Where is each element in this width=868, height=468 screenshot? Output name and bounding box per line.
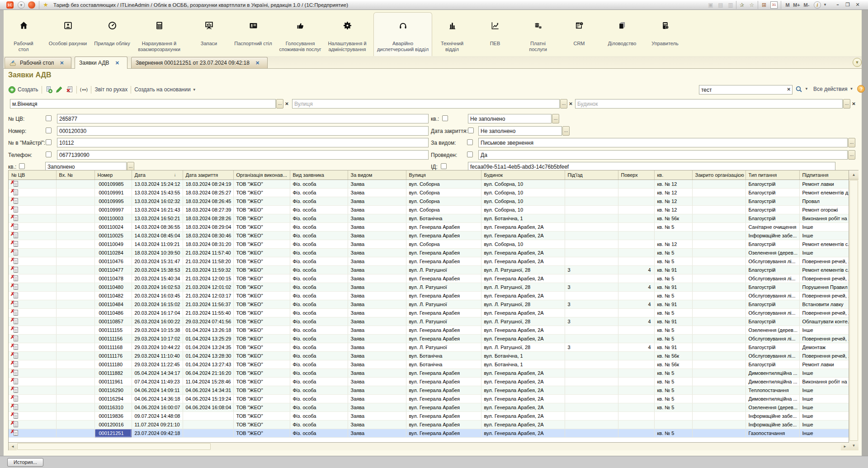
cv-input[interactable]: [57, 114, 429, 123]
preview-icon[interactable]: ▥: [727, 1, 734, 9]
table-row-000110476[interactable]: ✗00011047620.03.2024 15:31:4721.03.2024 …: [9, 257, 849, 265]
table-row-000110003[interactable]: ✗00011000313.03.2024 16:50:2118.03.2024 …: [9, 214, 849, 222]
master-checkbox[interactable]: [46, 139, 52, 145]
table-row-000111961[interactable]: ✗00011196107.04.2024 11:49:2311.04.2024 …: [9, 377, 849, 386]
table-row-000110486[interactable]: ✗00011048620.03.2024 16:17:0421.03.2024 …: [9, 308, 849, 317]
kind-checkbox[interactable]: [467, 139, 473, 145]
street-clear-icon[interactable]: ✕: [568, 99, 574, 109]
row-icon-cell[interactable]: ✗: [9, 257, 56, 265]
table-row-000109995[interactable]: ✗00010999513.03.2024 16:02:3218.03.2024 …: [9, 197, 849, 205]
table-row-000111180[interactable]: ✗00011118029.03.2024 11:22:4501.04.2024 …: [9, 360, 849, 369]
copy-button[interactable]: [45, 86, 52, 93]
scroll-left-icon[interactable]: ◄: [9, 443, 17, 450]
table-row-000110025[interactable]: ✗00011002514.03.2024 08:45:0418.03.2024 …: [9, 231, 849, 240]
save-icon[interactable]: ▣: [707, 1, 714, 9]
all-actions-dropdown-icon[interactable]: ▼: [849, 87, 853, 91]
column-header-кв.[interactable]: кв.: [654, 170, 692, 180]
row-icon-cell[interactable]: ✗: [9, 334, 56, 343]
kind-select-button[interactable]: ...: [848, 138, 855, 147]
apt-checkbox[interactable]: [19, 163, 25, 169]
tab-close-icon[interactable]: ✕: [255, 60, 259, 66]
row-icon-cell[interactable]: ✗: [9, 369, 56, 377]
memory-mminus-button[interactable]: M-: [802, 1, 811, 9]
app-icon[interactable]: 1С: [6, 1, 14, 9]
scroll-right-icon[interactable]: ►: [841, 443, 849, 450]
city-clear-icon[interactable]: ✕: [284, 99, 290, 109]
scroll-down-icon[interactable]: ▼: [849, 441, 859, 450]
closedate-checkbox[interactable]: [468, 128, 474, 133]
table-row-000111168[interactable]: ✗00011116829.03.2024 10:44:2201.04.2024 …: [9, 343, 849, 351]
table-row-000110478[interactable]: ✗00011047820.03.2024 15:40:3421.03.2024 …: [9, 274, 849, 283]
row-icon-cell[interactable]: ✗: [9, 360, 56, 369]
tab-Рабочий стол[interactable]: Рабочий стол✕: [5, 57, 71, 68]
table-row-000121251[interactable]: ✗00012125123.07.2024 09:42:18ТОВ "ЖЕО"Фі…: [9, 429, 849, 437]
ribbon-item-Прилади обліку[interactable]: Прилади обліку: [87, 19, 137, 47]
column-header-Організація виконав...[interactable]: Організація виконав...: [233, 170, 290, 180]
info-dropdown-icon[interactable]: ▼: [823, 1, 827, 9]
help-icon[interactable]: ?: [857, 85, 865, 93]
row-icon-cell[interactable]: ✗: [9, 317, 56, 326]
column-header-Вулиця[interactable]: Вулиця: [406, 170, 481, 180]
table-row-000120016[interactable]: ✗00012001611.07.2024 09:21:10ТОВ "ЖЕО"Фі…: [9, 420, 849, 429]
horizontal-scroll-thumb[interactable]: [17, 443, 211, 450]
row-icon-cell[interactable]: ✗: [9, 188, 56, 197]
info-icon[interactable]: i: [814, 1, 821, 9]
column-header-Під'їзд[interactable]: Під'їзд: [565, 170, 618, 180]
phone-checkbox[interactable]: [46, 151, 52, 157]
table-row-000111156[interactable]: ✗00011115629.03.2024 10:17:0201.04.2024 …: [9, 334, 849, 343]
ribbon-item-Голосування споживачів послуг[interactable]: Голосуванняспоживачів послуг: [275, 19, 325, 52]
minimize-button[interactable]: –: [834, 1, 841, 9]
all-actions-button[interactable]: Все действия: [813, 86, 847, 92]
building-clear-icon[interactable]: ✕: [851, 99, 857, 109]
search-input[interactable]: [699, 85, 783, 94]
table-row-000116290[interactable]: ✗00011629004.06.2024 14:09:1104.06.2024 …: [9, 386, 849, 394]
ribbon-item-Управитель[interactable]: Управитель: [640, 19, 690, 47]
row-icon-cell[interactable]: ✗: [9, 308, 56, 317]
table-row-000109997[interactable]: ✗00010999713.03.2024 16:21:4318.03.2024 …: [9, 205, 849, 214]
restore-button[interactable]: ❐: [844, 1, 851, 9]
row-icon-cell[interactable]: ✗: [9, 403, 56, 411]
history-button[interactable]: История...: [7, 458, 43, 467]
building-filter-input[interactable]: [575, 99, 843, 109]
row-icon-cell[interactable]: ✗: [9, 429, 56, 437]
tab-close-icon[interactable]: ✕: [60, 60, 64, 66]
cv-checkbox[interactable]: [46, 115, 52, 121]
scroll-up-icon[interactable]: ▲: [849, 170, 859, 180]
street-filter-input[interactable]: [292, 99, 560, 109]
closedate-select-button[interactable]: ...: [562, 126, 570, 136]
row-icon-cell[interactable]: ✗: [9, 180, 56, 188]
id-checkbox[interactable]: [441, 163, 447, 169]
apt2-checkbox[interactable]: [442, 115, 448, 121]
favorites-icon[interactable]: ★: [42, 1, 49, 9]
number-input[interactable]: [57, 126, 429, 136]
ribbon-item-Рабочий стол[interactable]: Рабочийстол: [0, 19, 48, 52]
ribbon-item-Діловодство[interactable]: Діловодство: [597, 19, 647, 47]
city-select-button[interactable]: ...: [276, 99, 283, 109]
memory-mplus-button[interactable]: M+: [792, 1, 801, 9]
row-icon-cell[interactable]: ✗: [9, 248, 56, 257]
table-row-000109985[interactable]: ✗00010998513.03.2024 15:24:1218.03.2024 …: [9, 180, 849, 188]
memory-m-button[interactable]: M: [783, 1, 792, 9]
horizontal-scrollbar[interactable]: ◄ ►: [9, 442, 849, 450]
table-row-000119836[interactable]: ✗00011983609.07.2024 14:48:08ТОВ "ЖЕО"Фі…: [9, 411, 849, 420]
ribbon-item-Запаси[interactable]: Запаси: [184, 19, 234, 47]
print-icon[interactable]: ▤: [717, 1, 724, 9]
row-icon-cell[interactable]: ✗: [9, 214, 56, 222]
delete-button[interactable]: [66, 86, 73, 93]
ribbon-item-Особові рахунки[interactable]: Особові рахунки: [43, 19, 93, 47]
apt2-select-button[interactable]: ...: [552, 114, 559, 123]
report-button[interactable]: Звіт по рухах: [94, 86, 127, 93]
table-row-000110484[interactable]: ✗00011048420.03.2024 16:15:0221.03.2024 …: [9, 300, 849, 308]
ribbon-item-Технічний відділ[interactable]: Технічнийвідділ: [427, 19, 477, 52]
table-row-000111882[interactable]: ✗00011188205.04.2024 14:34:1706.04.2024 …: [9, 369, 849, 377]
vertical-scroll-thumb[interactable]: [849, 180, 858, 441]
row-icon-cell[interactable]: ✗: [9, 291, 56, 300]
row-icon-cell[interactable]: ✗: [9, 300, 56, 308]
posted-checkbox[interactable]: [467, 151, 473, 157]
row-icon-cell[interactable]: ✗: [9, 377, 56, 386]
closedate-input[interactable]: [478, 126, 562, 136]
column-header-Дата[interactable]: Дата↓: [132, 170, 183, 180]
vertical-scrollbar[interactable]: ▲ ▼: [849, 170, 859, 450]
posted-input[interactable]: [478, 150, 848, 160]
ribbon-item-CRM[interactable]: CRM: [554, 19, 604, 47]
